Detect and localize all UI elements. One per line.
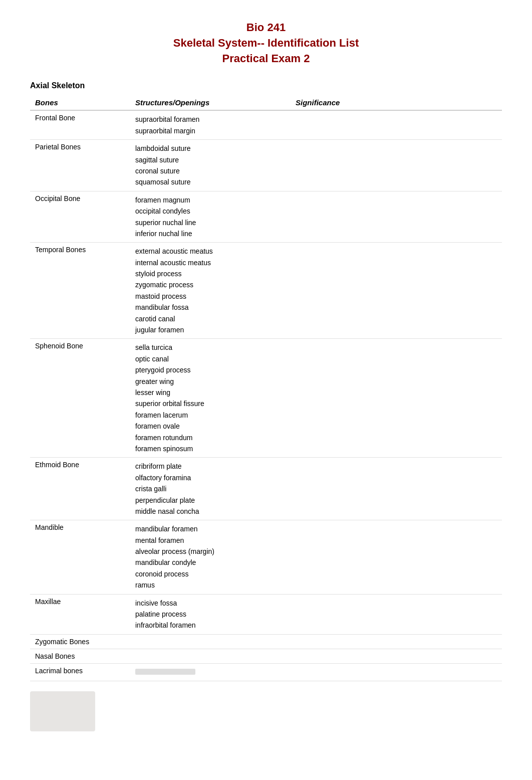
table-row: Lacrimal bones (30, 663, 502, 681)
structures-cell: external acoustic meatus internal acoust… (130, 243, 291, 339)
table-row: Sphenoid Bonesella turcica optic canal p… (30, 339, 502, 458)
significance-cell (291, 520, 502, 594)
structures-cell: lambdoidal suture sagittal suture corona… (130, 140, 291, 191)
structures-cell (130, 649, 291, 663)
bone-cell: Mandible (30, 520, 130, 594)
structures-cell (130, 634, 291, 649)
structures-cell: cribriform plate olfactory foramina cris… (130, 458, 291, 520)
bone-cell: Frontal Bone (30, 110, 130, 139)
table-row: Nasal Bones (30, 649, 502, 663)
table-row: Ethmoid Bonecribriform plate olfactory f… (30, 458, 502, 520)
bone-cell: Occipital Bone (30, 191, 130, 243)
structures-cell: mandibular foramen mental foramen alveol… (130, 520, 291, 594)
bone-cell: Nasal Bones (30, 649, 130, 663)
table-row: Occipital Boneforamen magnum occipital c… (30, 191, 502, 243)
structures-cell: supraorbital foramen supraorbital margin (130, 110, 291, 139)
table-row: Frontal Bonesupraorbital foramen supraor… (30, 110, 502, 139)
significance-cell (291, 458, 502, 520)
significance-cell (291, 594, 502, 634)
structures-cell: foramen magnum occipital condyles superi… (130, 191, 291, 243)
structures-cell (130, 663, 291, 681)
bone-cell: Lacrimal bones (30, 663, 130, 681)
significance-cell (291, 339, 502, 458)
bone-cell: Parietal Bones (30, 140, 130, 191)
bone-cell: Temporal Bones (30, 243, 130, 339)
structures-cell: incisive fossa palatine process infraorb… (130, 594, 291, 634)
image-placeholder (30, 691, 95, 731)
table-row: Zygomatic Bones (30, 634, 502, 649)
significance-cell (291, 243, 502, 339)
bone-cell: Maxillae (30, 594, 130, 634)
table-header-row: Bones Structures/Openings Significance (30, 95, 502, 110)
significance-cell (291, 663, 502, 681)
skeleton-table: Bones Structures/Openings Significance F… (30, 95, 502, 681)
significance-cell (291, 110, 502, 139)
page-header: Bio 241 Skeletal System-- Identification… (30, 20, 502, 66)
bone-cell: Sphenoid Bone (30, 339, 130, 458)
table-row: Maxillaeincisive fossa palatine process … (30, 594, 502, 634)
blurred-content (135, 669, 195, 675)
significance-cell (291, 649, 502, 663)
structures-cell: sella turcica optic canal pterygoid proc… (130, 339, 291, 458)
bone-cell: Ethmoid Bone (30, 458, 130, 520)
significance-cell (291, 191, 502, 243)
column-significance: Significance (291, 95, 502, 110)
page-title: Bio 241 Skeletal System-- Identification… (30, 20, 502, 66)
table-row: Parietal Boneslambdoidal suture sagittal… (30, 140, 502, 191)
table-row: Mandiblemandibular foramen mental forame… (30, 520, 502, 594)
bone-cell: Zygomatic Bones (30, 634, 130, 649)
column-structures: Structures/Openings (130, 95, 291, 110)
significance-cell (291, 140, 502, 191)
significance-cell (291, 634, 502, 649)
section-title: Axial Skeleton (30, 81, 502, 90)
column-bones: Bones (30, 95, 130, 110)
table-row: Temporal Bonesexternal acoustic meatus i… (30, 243, 502, 339)
